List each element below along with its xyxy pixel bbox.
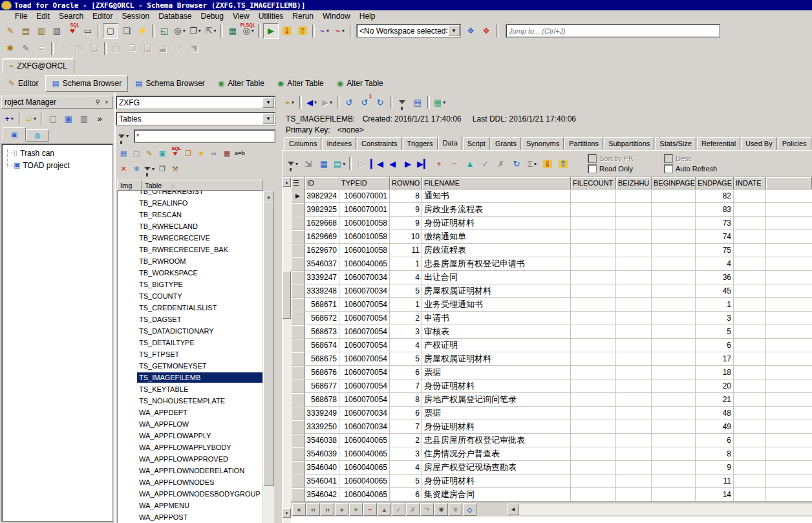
browser-filter-icon[interactable]: [395, 95, 409, 109]
grid-cell[interactable]: 1060040065: [339, 447, 390, 461]
grid-cell[interactable]: 568675: [305, 352, 339, 366]
grid-cell[interactable]: [571, 393, 616, 407]
grid-cell[interactable]: 3: [696, 312, 734, 325]
table-list-item-wa-apppost[interactable]: WA_APPPOST: [118, 511, 262, 523]
table-list-item-tb-realinfo[interactable]: TB_REALINFO: [118, 197, 262, 209]
grid-cell[interactable]: 73: [696, 217, 734, 230]
table-list-item-tb-rescan[interactable]: TB_RESCAN: [118, 209, 262, 220]
table-list-item-ts-bigtype[interactable]: TS_BIGTYPE: [118, 279, 262, 290]
grid-cell[interactable]: [616, 488, 652, 502]
grid-cell[interactable]: 6: [390, 366, 422, 379]
table-row[interactable]: 354604010600400654房屋产权登记现场查勘表9: [291, 461, 812, 475]
grid-cell[interactable]: 3: [390, 325, 422, 339]
row-selector[interactable]: [291, 203, 305, 217]
table-list-item-wa-appdept[interactable]: WA_APPDEPT: [118, 407, 262, 418]
chevron-down-icon[interactable]: ▼: [262, 97, 274, 108]
grid-cell[interactable]: 1060070001: [339, 203, 390, 217]
grid-cell[interactable]: [652, 298, 696, 312]
menu-item-search[interactable]: Search: [54, 11, 88, 21]
grid-cell[interactable]: [571, 366, 616, 379]
grid-cell[interactable]: [616, 217, 652, 230]
table-list-item-tb-rwrecreceive-bak[interactable]: TB_RWRECRECEIVE_BAK: [118, 244, 262, 255]
grid-cell[interactable]: 3546040: [305, 461, 339, 475]
grid-cell[interactable]: 7: [390, 379, 422, 393]
grid-cell[interactable]: 17: [696, 352, 734, 366]
checkbox-auto-refresh[interactable]: Auto Refresh: [664, 164, 717, 173]
grid-cell[interactable]: 申请书: [422, 312, 571, 325]
more-buttons-icon[interactable]: »: [92, 111, 107, 125]
generate-script-icon[interactable]: ❐: [156, 163, 168, 175]
editor-window-icon[interactable]: ▢: [103, 23, 118, 39]
grid-cell[interactable]: 1060070054: [339, 379, 390, 393]
tab-grants[interactable]: Grants: [491, 137, 521, 150]
grid-header-filename[interactable]: FILENAME: [422, 177, 571, 189]
grid-cell[interactable]: 8: [696, 447, 734, 461]
grid-cell[interactable]: 1060070054: [339, 325, 390, 339]
menu-item-editor[interactable]: Editor: [88, 11, 117, 21]
grid-header-indate[interactable]: INDATE: [734, 177, 766, 189]
row-selector[interactable]: [291, 230, 305, 244]
calculator-icon[interactable]: ▦: [221, 147, 233, 159]
grid-cell[interactable]: [616, 325, 652, 339]
grid-cell[interactable]: 11: [390, 244, 422, 257]
grid-cell[interactable]: 568678: [305, 393, 339, 407]
tab-stats-size[interactable]: Stats/Size: [655, 137, 696, 150]
row-selector[interactable]: [291, 257, 305, 271]
checkbox-box[interactable]: [664, 164, 673, 173]
grid-cell[interactable]: 4: [696, 257, 734, 271]
grid-cell[interactable]: 1: [390, 257, 422, 271]
rebuild-table-icon[interactable]: ⚒: [169, 163, 181, 175]
tab-used-by[interactable]: Used By: [741, 137, 777, 150]
grid-cell[interactable]: 9: [696, 461, 734, 475]
grid-cell[interactable]: 5: [390, 475, 422, 488]
grid-cell[interactable]: [616, 447, 652, 461]
nav-prior-page-icon[interactable]: ‹‹: [306, 503, 320, 516]
grid-cell[interactable]: [652, 407, 696, 420]
grid-cell[interactable]: [652, 475, 696, 488]
grid-cell[interactable]: [616, 379, 652, 393]
row-selector[interactable]: [291, 379, 305, 393]
row-selector[interactable]: ▶: [291, 189, 305, 203]
grid-cell[interactable]: 74: [696, 230, 734, 244]
grid-cell[interactable]: 3546042: [305, 488, 339, 502]
grid-cell[interactable]: 审核表: [422, 325, 571, 339]
grid-cell[interactable]: 1060010058: [339, 230, 390, 244]
grid-vertical-scrollbar[interactable]: ▲ ▼: [283, 177, 291, 523]
sql-heart-icon[interactable]: ♥SQL: [169, 147, 181, 159]
menu-item-session[interactable]: Session: [117, 11, 154, 21]
prior-record-icon[interactable]: ◀: [385, 156, 400, 171]
nav-first-icon[interactable]: «: [292, 503, 306, 516]
grid-cell[interactable]: 3: [390, 447, 422, 461]
grid-cell[interactable]: [652, 461, 696, 475]
grid-cell[interactable]: [616, 284, 652, 298]
grid-cell[interactable]: [571, 189, 616, 203]
grid-cell[interactable]: 1060070054: [339, 339, 390, 352]
nav-refresh-icon[interactable]: ↷: [420, 503, 434, 516]
nav-cancel-icon[interactable]: ✗: [406, 503, 420, 516]
table-row[interactable]: ▶398292410600700018通知书82: [291, 189, 812, 203]
grid-cell[interactable]: [652, 230, 696, 244]
grid-cell[interactable]: 房政业务流程表: [422, 203, 571, 217]
table-row[interactable]: 1629669106001005810缴纳通知单74: [291, 230, 812, 244]
execute-script-icon[interactable]: ▶: [263, 23, 279, 39]
grid-cell[interactable]: [616, 244, 652, 257]
grid-cell[interactable]: 房地产权属登记询问笔录: [422, 393, 571, 407]
grid-cell[interactable]: 5: [390, 284, 422, 298]
row-selector[interactable]: [291, 393, 305, 407]
grid-cell[interactable]: [571, 203, 616, 217]
create-new-table-icon[interactable]: ▢: [131, 147, 142, 159]
table-list-item-tb-otherregist[interactable]: TB_OTHERREGIST: [118, 191, 262, 197]
add-to-project-icon[interactable]: +▾: [2, 111, 16, 125]
grid-cell[interactable]: 49: [696, 420, 734, 434]
grid-cell[interactable]: [616, 312, 652, 325]
grid-cell[interactable]: [571, 352, 616, 366]
table-list-item-wa-appflowapply[interactable]: WA_APPFLOWAPPLY: [118, 430, 262, 442]
grid-cell[interactable]: [571, 325, 616, 339]
grid-cell[interactable]: 产权证明: [422, 339, 571, 352]
filter-funnel-icon[interactable]: ▾: [144, 163, 155, 175]
pin-icon[interactable]: ⚲: [93, 98, 102, 107]
grid-cell[interactable]: 1060040065: [339, 434, 390, 447]
menu-item-database[interactable]: Database: [154, 11, 196, 21]
table-row[interactable]: 333925010600700347身份证明材料49: [291, 420, 812, 434]
connection-icon[interactable]: ⌁▾: [283, 95, 297, 109]
